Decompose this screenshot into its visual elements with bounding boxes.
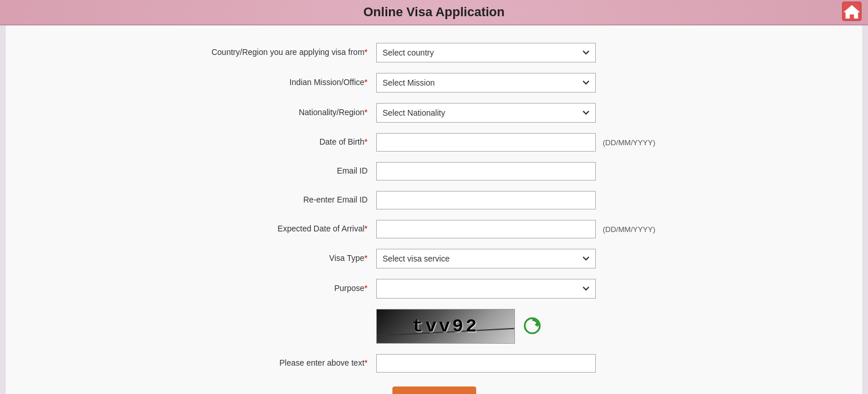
visa-type-row: Visa Type* Select visa service bbox=[157, 249, 711, 268]
captcha-input-row: Please enter above text* bbox=[157, 354, 711, 373]
page-wrapper: Online Visa Application Country/Region y… bbox=[0, 0, 868, 394]
svg-marker-3 bbox=[535, 322, 538, 327]
visa-type-select[interactable]: Select visa service bbox=[376, 249, 596, 268]
re-email-input[interactable] bbox=[376, 191, 596, 209]
visa-type-label: Visa Type* bbox=[157, 253, 376, 264]
indian-mission-input-wrapper: Select Mission bbox=[376, 73, 596, 93]
captcha-image: tvv92 bbox=[376, 309, 515, 344]
country-region-label: Country/Region you are applying visa fro… bbox=[157, 47, 376, 58]
dob-label: Date of Birth* bbox=[157, 137, 376, 148]
captcha-input[interactable] bbox=[376, 354, 596, 373]
arrival-date-row: Expected Date of Arrival* (DD/MM/YYYY) bbox=[157, 220, 711, 238]
page-title: Online Visa Application bbox=[0, 5, 868, 20]
indian-mission-row: Indian Mission/Office* Select Mission bbox=[157, 73, 711, 93]
continue-row: Continue bbox=[157, 386, 711, 394]
required-star-dob: * bbox=[365, 137, 368, 146]
captcha-text: tvv92 bbox=[412, 316, 479, 337]
arrival-date-input-wrapper bbox=[376, 220, 596, 238]
nationality-row: Nationality/Region* Select Nationality bbox=[157, 103, 711, 123]
required-star-mission: * bbox=[365, 78, 368, 87]
email-row: Email ID bbox=[157, 162, 711, 181]
country-region-input-wrapper: Select country bbox=[376, 43, 596, 62]
dob-row: Date of Birth* (DD/MM/YYYY) bbox=[157, 133, 711, 152]
refresh-captcha-button[interactable] bbox=[523, 316, 541, 337]
header-bar: Online Visa Application bbox=[0, 0, 868, 25]
re-email-row: Re-enter Email ID bbox=[157, 191, 711, 209]
email-label: Email ID bbox=[157, 165, 376, 177]
country-region-row: Country/Region you are applying visa fro… bbox=[157, 43, 711, 62]
home-icon-container[interactable] bbox=[841, 1, 862, 24]
arrival-date-hint: (DD/MM/YYYY) bbox=[603, 225, 655, 234]
arrival-date-label: Expected Date of Arrival* bbox=[157, 223, 376, 235]
arrival-date-input[interactable] bbox=[376, 220, 596, 238]
form-container: Country/Region you are applying visa fro… bbox=[157, 43, 711, 394]
country-region-select[interactable]: Select country bbox=[376, 43, 596, 62]
purpose-label: Purpose* bbox=[157, 283, 376, 294]
required-star-visa: * bbox=[365, 253, 368, 263]
purpose-input-wrapper bbox=[376, 279, 596, 299]
continue-button[interactable]: Continue bbox=[392, 386, 476, 394]
re-email-input-wrapper bbox=[376, 191, 596, 209]
email-input[interactable] bbox=[376, 162, 596, 181]
re-email-label: Re-enter Email ID bbox=[157, 194, 376, 206]
captcha-input-label: Please enter above text* bbox=[157, 358, 376, 369]
main-content: Country/Region you are applying visa fro… bbox=[6, 25, 862, 394]
captcha-image-wrapper: tvv92 bbox=[376, 309, 541, 344]
required-star: * bbox=[365, 47, 368, 57]
email-input-wrapper bbox=[376, 162, 596, 181]
home-icon bbox=[841, 1, 862, 22]
purpose-select[interactable] bbox=[376, 279, 596, 299]
dob-input-wrapper bbox=[376, 133, 596, 152]
refresh-icon bbox=[523, 316, 541, 335]
dob-input[interactable] bbox=[376, 133, 596, 152]
required-star-arrival: * bbox=[365, 224, 368, 233]
captcha-input-wrapper bbox=[376, 354, 596, 373]
captcha-row: tvv92 bbox=[157, 309, 711, 344]
purpose-row: Purpose* bbox=[157, 279, 711, 299]
required-star-captcha: * bbox=[365, 358, 368, 367]
nationality-select[interactable]: Select Nationality bbox=[376, 103, 596, 123]
required-star-nationality: * bbox=[365, 108, 368, 117]
nationality-label: Nationality/Region* bbox=[157, 107, 376, 119]
required-star-purpose: * bbox=[365, 283, 368, 293]
dob-hint: (DD/MM/YYYY) bbox=[603, 138, 655, 147]
indian-mission-label: Indian Mission/Office* bbox=[157, 77, 376, 89]
indian-mission-select[interactable]: Select Mission bbox=[376, 73, 596, 93]
nationality-input-wrapper: Select Nationality bbox=[376, 103, 596, 123]
visa-type-input-wrapper: Select visa service bbox=[376, 249, 596, 268]
